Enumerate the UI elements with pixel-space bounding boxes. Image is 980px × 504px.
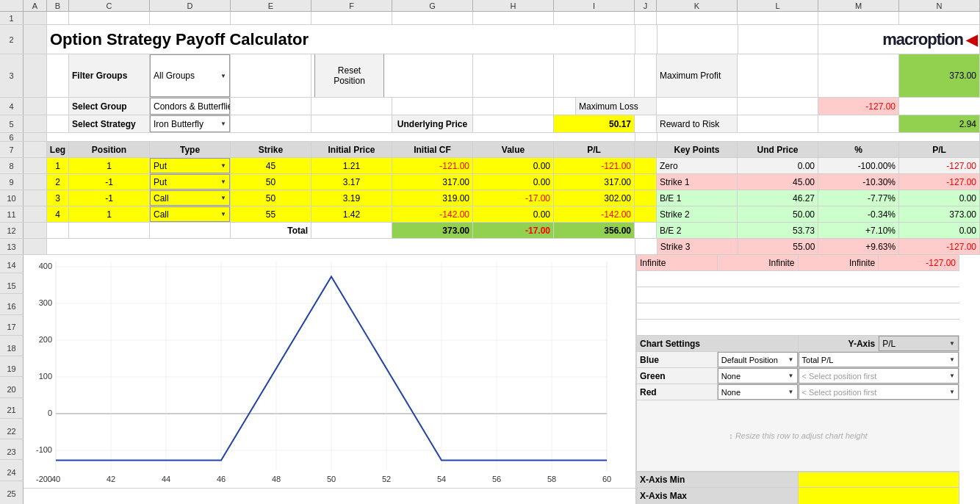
kp-zero-price: 0.00 [738, 158, 818, 173]
kp-be1-pl: 0.00 [899, 190, 980, 206]
svg-text:400: 400 [39, 262, 52, 270]
kp-be2-price: 53.73 [738, 223, 818, 238]
row-num-21: 21 [0, 403, 24, 419]
leg1-pl: -121.00 [554, 158, 635, 173]
kp-be2-label: B/E 2 [657, 223, 738, 238]
kp-empty-2 [637, 287, 959, 303]
leg3-initial-cf: 319.00 [392, 190, 473, 206]
select-strategy-label: Select Strategy [69, 115, 150, 132]
col-header-i: I [554, 0, 635, 11]
cell-5l [738, 115, 818, 132]
brand-text: macroption [882, 30, 963, 49]
max-profit-label: Maximum Profit [657, 54, 738, 97]
initial-price-header: Initial Price [311, 142, 392, 157]
filter-groups-dropdown[interactable]: All Groups ▼ [150, 54, 231, 97]
leg1-type-dropdown[interactable]: Put ▼ [150, 158, 231, 173]
total-value: -17.00 [473, 223, 554, 238]
cell-3j [635, 54, 657, 97]
leg3-type-dropdown[interactable]: Call ▼ [150, 190, 231, 206]
cell-4m [738, 98, 818, 115]
red-value: None [721, 388, 741, 397]
cell-1b [47, 12, 69, 24]
row-num-6: 6 [0, 133, 24, 141]
select-strategy-value: Iron Butterfly [154, 119, 203, 129]
underlying-price-value[interactable]: 50.17 [554, 115, 635, 132]
cell-3b [47, 54, 69, 97]
cell-1e [231, 12, 311, 24]
leg-header: Leg [47, 142, 69, 157]
leg4-type-dropdown[interactable]: Call ▼ [150, 206, 231, 222]
red-right-dropdown[interactable]: < Select position first ▼ [799, 384, 959, 400]
cell-3l [738, 54, 818, 97]
dropdown-arrow-1: ▼ [220, 73, 226, 79]
blue-dropdown[interactable]: Default Position ▼ [718, 352, 799, 367]
row-num-17: 17 [0, 320, 24, 336]
xaxis-max-value[interactable] [799, 488, 960, 504]
cell-4e [231, 98, 311, 115]
row-num-12: 12 [0, 223, 24, 238]
kp-pl-header: P/L [899, 142, 980, 157]
y-axis-label: Y-Axis [799, 336, 879, 351]
leg3-num: 3 [47, 190, 69, 206]
cell-10a [24, 190, 47, 206]
leg1-initial-price: 1.21 [311, 158, 392, 173]
svg-text:48: 48 [272, 475, 281, 483]
cell-11j [635, 206, 657, 222]
kp-inf-pct: Infinite [799, 255, 879, 270]
col-header-c: C [69, 0, 150, 11]
select-group-dropdown[interactable]: Condors & Butterflies ▼ [150, 98, 231, 115]
blue-value: Default Position [721, 356, 778, 364]
initial-cf-header: Initial CF [392, 142, 473, 157]
kp-be1-price: 46.27 [738, 190, 818, 206]
xaxis-min-value[interactable] [799, 472, 960, 487]
row-num-22: 22 [0, 423, 24, 439]
resize-text: ↕ Resize this row to adjust chart height [729, 431, 867, 440]
kp-und-price-header: Und Price [738, 142, 818, 157]
leg4-pl: -142.00 [554, 206, 635, 222]
cell-2j [635, 25, 657, 54]
green-dropdown[interactable]: None ▼ [718, 368, 799, 384]
kp-s3-price: 55.00 [738, 239, 819, 254]
blue-right-value: Total P/L [802, 356, 834, 364]
cell-3i [554, 54, 635, 97]
cell-3g [392, 54, 473, 97]
cell-5h [473, 115, 554, 132]
cell-7j [635, 142, 657, 157]
col-header-l: L [738, 0, 818, 11]
select-strategy-dropdown[interactable]: Iron Butterfly ▼ [150, 115, 231, 132]
row-num-8: 8 [0, 158, 24, 173]
blue-right-dropdown[interactable]: Total P/L ▼ [799, 352, 959, 367]
brand-name: macroption◀ [818, 25, 980, 54]
kp-be1-pct: -7.77% [818, 190, 899, 206]
col-header-b: B [47, 0, 69, 11]
leg2-pl: 317.00 [554, 174, 635, 190]
col-header-h: H [473, 0, 554, 11]
row-num-13: 13 [0, 239, 24, 254]
blue-label: Blue [637, 352, 718, 367]
kp-inf-label: Infinite [637, 255, 718, 270]
y-axis-dropdown[interactable]: P/L ▼ [879, 336, 959, 351]
leg4-initial-price: 1.42 [311, 206, 392, 222]
green-right-dropdown[interactable]: < Select position first ▼ [799, 368, 959, 384]
dropdown-arrow-leg3: ▼ [220, 195, 226, 201]
cell-7a [24, 142, 47, 157]
xaxis-max-label: X-Axis Max [637, 488, 799, 504]
kp-s2-price: 50.00 [738, 206, 818, 222]
green-arrow: ▼ [788, 372, 794, 379]
cell-9a [24, 174, 47, 190]
leg2-position: -1 [69, 174, 150, 190]
reset-position-btn[interactable]: ResetPosition [311, 54, 392, 97]
green-right-arrow: ▼ [949, 372, 955, 379]
kp-s2-pct: -0.34% [818, 206, 899, 222]
row-num-19: 19 [0, 361, 24, 377]
cell-5e [231, 115, 311, 132]
green-right-value: < Select position first [802, 372, 877, 381]
leg2-type-dropdown[interactable]: Put ▼ [150, 174, 231, 190]
kp-s3-pl: -127.00 [899, 239, 980, 254]
svg-text:46: 46 [217, 475, 226, 483]
cell-13j [635, 239, 657, 254]
leg1-initial-cf: -121.00 [392, 158, 473, 173]
select-group-label: Select Group [69, 98, 150, 115]
red-dropdown[interactable]: None ▼ [718, 384, 799, 400]
total-pl: 356.00 [554, 223, 635, 238]
